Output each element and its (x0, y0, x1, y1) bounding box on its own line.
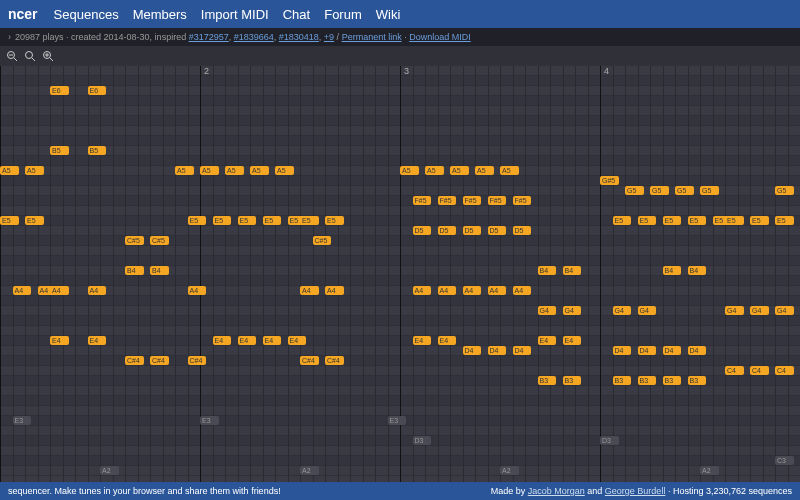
note[interactable]: E4 (538, 336, 557, 345)
note[interactable]: B3 (688, 376, 707, 385)
note[interactable]: A4 (300, 286, 319, 295)
note[interactable]: E5 (188, 216, 207, 225)
note[interactable]: G5 (625, 186, 644, 195)
note[interactable]: E5 (775, 216, 794, 225)
note[interactable]: E5 (325, 216, 344, 225)
note[interactable]: A4 (325, 286, 344, 295)
download-midi[interactable]: Download MIDI (409, 32, 471, 42)
note[interactable]: B5 (50, 146, 69, 155)
note[interactable]: F#5 (438, 196, 457, 205)
note[interactable]: E5 (263, 216, 282, 225)
note[interactable]: E4 (263, 336, 282, 345)
note[interactable]: D4 (488, 346, 507, 355)
note[interactable]: E5 (238, 216, 257, 225)
inspired-link-1[interactable]: #3172957 (189, 32, 229, 42)
note[interactable]: C#5 (150, 236, 169, 245)
note[interactable]: G4 (750, 306, 769, 315)
note[interactable]: G#5 (600, 176, 619, 185)
note[interactable]: E5 (213, 216, 232, 225)
note[interactable]: B3 (563, 376, 582, 385)
note[interactable]: A4 (488, 286, 507, 295)
note[interactable]: G4 (613, 306, 632, 315)
author-link-1[interactable]: Jacob Morgan (528, 486, 585, 496)
note[interactable]: B4 (563, 266, 582, 275)
note[interactable]: F#5 (513, 196, 532, 205)
note[interactable]: D4 (463, 346, 482, 355)
note[interactable]: E5 (25, 216, 44, 225)
nav-forum[interactable]: Forum (324, 7, 362, 22)
note[interactable]: A4 (188, 286, 207, 295)
note[interactable]: A5 (225, 166, 244, 175)
inspired-more[interactable]: +9 (324, 32, 334, 42)
note[interactable]: F#5 (488, 196, 507, 205)
note[interactable]: A5 (450, 166, 469, 175)
note[interactable]: A4 (13, 286, 32, 295)
note[interactable]: D4 (688, 346, 707, 355)
zoom-in-icon[interactable] (42, 50, 54, 62)
note[interactable]: A4 (413, 286, 432, 295)
note[interactable]: C4 (725, 366, 744, 375)
note[interactable]: A2 (500, 466, 519, 475)
note[interactable]: A4 (513, 286, 532, 295)
note[interactable]: E4 (213, 336, 232, 345)
note[interactable]: A4 (88, 286, 107, 295)
note[interactable]: C#4 (325, 356, 344, 365)
note[interactable]: B3 (663, 376, 682, 385)
note[interactable]: E3 (200, 416, 219, 425)
note[interactable]: C#4 (150, 356, 169, 365)
nav-sequences[interactable]: Sequences (54, 7, 119, 22)
note[interactable]: C#4 (188, 356, 207, 365)
logo[interactable]: ncer (8, 6, 38, 22)
note[interactable]: B5 (88, 146, 107, 155)
note[interactable]: E4 (88, 336, 107, 345)
nav-wiki[interactable]: Wiki (376, 7, 401, 22)
author-link-2[interactable]: George Burdell (605, 486, 666, 496)
note[interactable]: B4 (688, 266, 707, 275)
note[interactable]: A5 (500, 166, 519, 175)
piano-roll-grid[interactable]: 234E6E6B5B5A5A5A5A5A5A5A5A5A5A5A5A5G#5G5… (0, 66, 800, 482)
nav-members[interactable]: Members (133, 7, 187, 22)
note[interactable]: A4 (463, 286, 482, 295)
note[interactable]: A5 (175, 166, 194, 175)
note[interactable]: G4 (638, 306, 657, 315)
note[interactable]: G5 (775, 186, 794, 195)
note[interactable]: E4 (563, 336, 582, 345)
note[interactable]: D5 (488, 226, 507, 235)
note[interactable]: E5 (0, 216, 19, 225)
note[interactable]: G4 (538, 306, 557, 315)
note[interactable]: A5 (275, 166, 294, 175)
note[interactable]: A4 (50, 286, 69, 295)
zoom-reset-icon[interactable] (24, 50, 36, 62)
note[interactable]: D4 (663, 346, 682, 355)
note[interactable]: G5 (650, 186, 669, 195)
note[interactable]: E3 (13, 416, 32, 425)
note[interactable]: A5 (0, 166, 19, 175)
note[interactable]: E4 (413, 336, 432, 345)
note[interactable]: E5 (750, 216, 769, 225)
note[interactable]: E5 (688, 216, 707, 225)
note[interactable]: A2 (100, 466, 119, 475)
note[interactable]: B3 (613, 376, 632, 385)
note[interactable]: A2 (700, 466, 719, 475)
note[interactable]: E4 (288, 336, 307, 345)
note[interactable]: E4 (438, 336, 457, 345)
note[interactable]: E5 (300, 216, 319, 225)
note[interactable]: E6 (88, 86, 107, 95)
note[interactable]: C#5 (125, 236, 144, 245)
note[interactable]: D5 (463, 226, 482, 235)
permalink[interactable]: Permanent link (342, 32, 402, 42)
note[interactable]: G4 (563, 306, 582, 315)
note[interactable]: E4 (50, 336, 69, 345)
note[interactable]: E4 (238, 336, 257, 345)
note[interactable]: B4 (538, 266, 557, 275)
nav-chat[interactable]: Chat (283, 7, 310, 22)
note[interactable]: G4 (725, 306, 744, 315)
note[interactable]: E6 (50, 86, 69, 95)
note[interactable]: G4 (775, 306, 794, 315)
note[interactable]: E5 (613, 216, 632, 225)
note[interactable]: C4 (750, 366, 769, 375)
note[interactable]: C4 (775, 366, 794, 375)
note[interactable]: A5 (400, 166, 419, 175)
note[interactable]: A5 (200, 166, 219, 175)
note[interactable]: G5 (700, 186, 719, 195)
